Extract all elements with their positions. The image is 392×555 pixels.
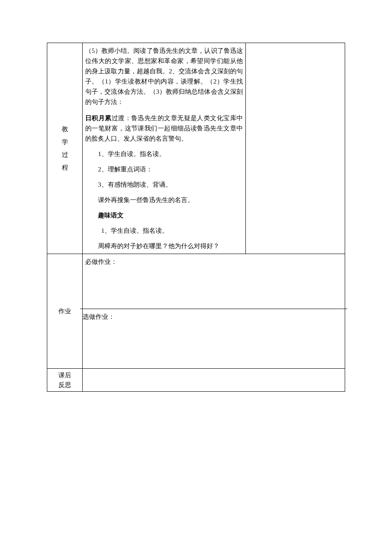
homework-required-block: 必做作业： xyxy=(83,254,345,309)
process-item-2: 2、理解重点词语： xyxy=(85,164,243,174)
process-extra: 课外再搜集一些鲁迅先生的名言。 xyxy=(85,195,243,205)
fun-item-2: 周樟寿的对子妙在哪里？他为什么对得好？ xyxy=(85,241,243,251)
process-label-char1: 教 xyxy=(62,123,68,136)
right-cell-process xyxy=(246,43,345,254)
process-label: 教 学 过 程 xyxy=(50,123,80,174)
process-label-char3: 过 xyxy=(62,148,68,161)
homework-optional-block: 选做作业： xyxy=(80,309,347,358)
fun-item-1: 1、学生自读。指名读。 xyxy=(85,225,243,236)
row-homework: 作业 必做作业： 选做作业： xyxy=(47,254,345,369)
homework-optional-label: 选做作业： xyxy=(83,312,345,322)
process-item-1: 1、学生自读。指名读。 xyxy=(85,149,243,159)
document-page: 教 学 过 程 （5）教师小结。阅读了鲁迅先生的文章，认识了鲁迅这位伟大的文学家… xyxy=(0,0,392,555)
label-cell-process: 教 学 过 程 xyxy=(47,43,83,254)
fun-chinese-heading: 趣味语文 xyxy=(85,210,243,220)
homework-required-label: 必做作业： xyxy=(85,257,342,267)
reflection-label: 课后 反思 xyxy=(50,370,80,390)
lesson-plan-table: 教 学 过 程 （5）教师小结。阅读了鲁迅先生的文章，认识了鲁迅这位伟大的文学家… xyxy=(47,43,345,392)
label-cell-homework: 作业 xyxy=(47,254,83,369)
reflection-label-line2: 反思 xyxy=(58,380,71,390)
content-cell-homework: 必做作业： 选做作业： xyxy=(83,254,345,369)
process-label-char2: 学 xyxy=(62,136,68,148)
row-process: 教 学 过 程 （5）教师小结。阅读了鲁迅先生的文章，认识了鲁迅这位伟大的文学家… xyxy=(47,43,345,254)
accumulation-label: 日积月累 xyxy=(85,115,112,121)
content-cell-process: （5）教师小结。阅读了鲁迅先生的文章，认识了鲁迅这位伟大的文学家、思想家和革命家… xyxy=(83,43,246,254)
row-reflection: 课后 反思 xyxy=(47,369,345,392)
label-cell-reflection: 课后 反思 xyxy=(47,369,83,392)
process-item-3: 3、有感情地朗读、背诵。 xyxy=(85,179,243,190)
reflection-label-line1: 课后 xyxy=(58,370,71,380)
process-label-char4: 程 xyxy=(62,161,68,174)
content-cell-reflection xyxy=(83,369,345,392)
process-paragraph-1: （5）教师小结。阅读了鲁迅先生的文章，认识了鲁迅这位伟大的文学家、思想家和革命家… xyxy=(85,46,243,107)
accumulation-paragraph: 日积月累过渡：鲁迅先生的文章无疑是人类文化宝库中的一笔财富，这节课我们一起细细品… xyxy=(85,113,243,144)
homework-label: 作业 xyxy=(50,256,80,367)
